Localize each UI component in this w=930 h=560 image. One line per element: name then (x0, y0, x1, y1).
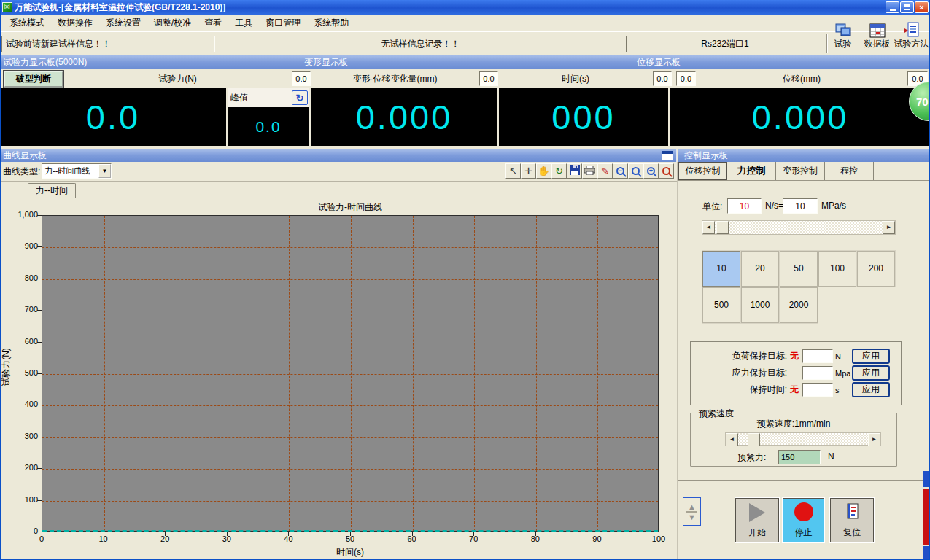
apply-button[interactable]: 应用 (852, 365, 890, 381)
y-tickmark (37, 279, 42, 279)
zoom-reset-icon (662, 167, 670, 175)
panel-restore-icon[interactable] (662, 151, 673, 160)
menu-item-系统帮助[interactable]: 系统帮助 (307, 15, 355, 31)
hold-input[interactable] (802, 366, 833, 380)
curve-panel-header: 曲线显示板 (0, 149, 677, 162)
restore-button[interactable] (900, 1, 914, 13)
h-gridline (42, 374, 658, 375)
tab-变形控制[interactable]: 变形控制 (776, 162, 825, 180)
scroll-right-icon[interactable]: ► (883, 221, 895, 234)
apply-button[interactable]: 应用 (852, 349, 890, 364)
speed-button-200[interactable]: 200 (857, 251, 895, 287)
hand-button[interactable]: ✋ (536, 163, 551, 179)
minimize-icon (890, 9, 896, 11)
force-label: 试验力(N) (63, 73, 292, 85)
speed-button-50[interactable]: 50 (780, 251, 818, 287)
y-tickmark (37, 437, 42, 438)
apply-button[interactable]: 应用 (852, 382, 890, 397)
time-label: 时间(s) (498, 73, 653, 85)
speed-button-500[interactable]: 500 (702, 287, 740, 323)
v-gridline (474, 216, 475, 531)
method-icon (904, 20, 920, 38)
chart-plot-area (42, 215, 659, 532)
menu-item-工具[interactable]: 工具 (228, 15, 259, 31)
refresh-button[interactable]: ↻ (551, 163, 567, 179)
scroll-left-icon[interactable]: ◄ (726, 433, 738, 446)
record-notice-box: 无试样信息记录！！ (217, 36, 624, 52)
preload-scrollbar[interactable]: ◄ ► (725, 432, 881, 446)
stop-button[interactable]: 停止 (783, 498, 824, 542)
cursor-button[interactable]: ↖ (505, 163, 521, 179)
start-button-label: 开始 (748, 526, 766, 539)
speed-button-100[interactable]: 100 (818, 251, 856, 287)
speed-button-10[interactable]: 10 (702, 251, 740, 287)
tab-力控制[interactable]: 力控制 (727, 162, 776, 180)
y-tickmark (37, 500, 42, 501)
scroll-left-icon[interactable]: ◄ (702, 221, 715, 234)
close-button[interactable]: × (915, 1, 929, 13)
minimize-button[interactable] (886, 1, 899, 13)
speed-button-2000[interactable]: 2000 (780, 287, 818, 323)
deform-value-box: 0.0 (479, 71, 498, 86)
rate-scrollbar[interactable]: ◄ ► (702, 220, 896, 235)
peak-reset-button[interactable]: ↻ (292, 90, 308, 105)
tab-force-time[interactable]: 力--时间 (28, 183, 76, 198)
y-tick-label: 500 (0, 368, 38, 377)
disp-label: 位移(mm) (696, 73, 907, 85)
app-icon (2, 2, 12, 12)
stress-rate-input[interactable] (783, 198, 818, 214)
force-time-chart: 试验力-时间曲线 试验力(N) 时间(s) 010020030040050060… (0, 197, 677, 560)
menu-bar: 系统模式数据操作系统设置调整/校准查看工具窗口管理系统帮助 (0, 15, 930, 32)
start-button[interactable]: 开始 (735, 498, 779, 542)
arrow-down-icon: ▼ (688, 513, 696, 521)
y-tickmark (37, 215, 42, 216)
v-gridline (289, 216, 290, 531)
force-value-box: 0.0 (292, 71, 311, 86)
zoom-button[interactable] (628, 163, 643, 179)
tab-位移控制[interactable]: 位移控制 (678, 162, 727, 180)
reset-button[interactable]: 复位 (830, 498, 874, 542)
peak-panel: 峰值 ↻ 0.0 (228, 88, 309, 146)
toolbar-action-数据板[interactable]: 数据板 (860, 20, 894, 50)
y-tick-label: 900 (0, 241, 38, 250)
y-tick-label: 100 (0, 495, 38, 504)
zoom-reset-button[interactable] (659, 163, 674, 179)
deform-display: 0.000 (311, 88, 497, 146)
force-rate-input[interactable] (727, 198, 762, 214)
tab-程控[interactable]: 程控 (825, 162, 874, 180)
menu-item-查看[interactable]: 查看 (198, 15, 228, 31)
menu-item-调整/校准[interactable]: 调整/校准 (147, 15, 198, 31)
scroll-right-icon[interactable]: ► (868, 433, 880, 446)
menu-item-系统模式[interactable]: 系统模式 (3, 15, 51, 31)
jog-up-down-button[interactable]: ▲ ▼ (683, 497, 701, 526)
menu-item-系统设置[interactable]: 系统设置 (99, 15, 147, 31)
reset-notebook-icon (844, 502, 860, 522)
curve-type-value: 力--时间曲线 (42, 164, 98, 178)
curve-type-select[interactable]: 力--时间曲线 ▼ (42, 163, 112, 179)
rate-scroll-thumb[interactable] (716, 221, 729, 234)
force-display: 0.0 (0, 88, 226, 146)
speed-button-1000[interactable]: 1000 (741, 287, 779, 323)
zoom-in-button[interactable]: + (643, 163, 659, 179)
print-button[interactable] (582, 163, 597, 179)
peak-label: 峰值 (230, 92, 292, 104)
refresh-icon: ↻ (555, 166, 563, 176)
toolbar-action-试验[interactable]: 试验 (826, 20, 860, 50)
preload-scroll-thumb[interactable] (748, 433, 760, 446)
menu-item-数据操作[interactable]: 数据操作 (51, 15, 99, 31)
speed-button-20[interactable]: 20 (741, 251, 779, 287)
hold-input[interactable] (802, 383, 833, 397)
chart-toolbar: ↖✛✋↻✎−+ (505, 163, 674, 179)
break-detect-button[interactable]: 破型判断 (4, 71, 63, 88)
close-icon: × (919, 4, 923, 12)
pan-button[interactable]: ✛ (521, 163, 536, 179)
zoom-out-button[interactable]: − (613, 163, 628, 179)
pen-button[interactable]: ✎ (597, 163, 613, 179)
menu-item-窗口管理[interactable]: 窗口管理 (259, 15, 307, 31)
preload-force-input[interactable] (778, 450, 821, 464)
toolbar-action-试验方法[interactable]: 试验方法 (894, 20, 929, 50)
chevron-down-icon[interactable]: ▼ (98, 164, 111, 178)
hold-input[interactable] (802, 349, 833, 363)
save-button[interactable] (567, 163, 582, 179)
preload-unit-label: N (828, 451, 834, 462)
